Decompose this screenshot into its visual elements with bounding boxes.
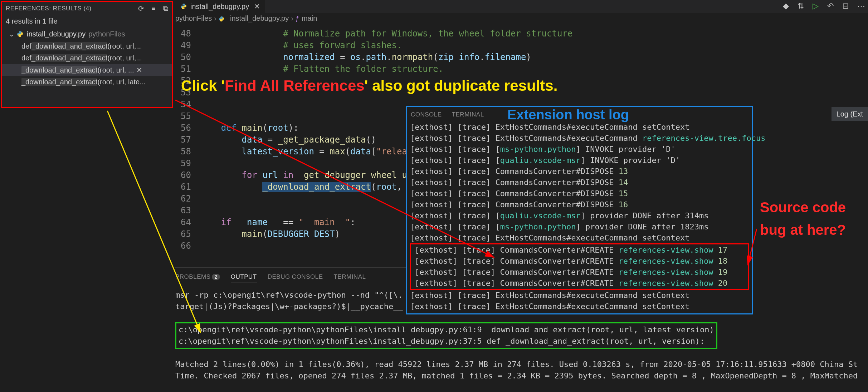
breadcrumb-file[interactable]: install_debugpy.py — [230, 14, 289, 23]
function-icon: ƒ — [296, 14, 299, 23]
code-line[interactable]: 48 # Normalize path for Windows, the whe… — [175, 28, 868, 40]
breadcrumb-folder[interactable]: pythonFiles — [175, 14, 212, 23]
python-file-icon — [180, 3, 187, 10]
match-line: c:\opengit\ref\vscode-python\pythonFiles… — [179, 336, 714, 347]
close-icon[interactable]: ✕ — [254, 2, 260, 11]
tab-terminal[interactable]: TERMINAL — [452, 109, 484, 120]
revert-icon[interactable]: ↶ — [827, 1, 834, 11]
line-number: 58 — [175, 146, 200, 158]
refresh-icon[interactable]: ⟳ — [138, 4, 145, 13]
problems-badge: 2 — [212, 274, 220, 280]
reference-item[interactable]: def _download_and_extract(root, url,... — [2, 52, 172, 64]
code-line[interactable]: 51 # Flatten the folder structure. — [175, 63, 868, 75]
chevron-right-icon: › — [214, 14, 216, 23]
output-line: Time. Checked 2067 files, opened 274 fil… — [175, 370, 864, 382]
line-number: 65 — [175, 228, 200, 240]
annotation-main: Click 'Find All References' also got dup… — [181, 77, 557, 94]
collapse-icon[interactable]: ≡ — [151, 4, 156, 13]
log-line: [exthost] [trace] CommandsConverter#DISP… — [407, 177, 752, 188]
breadcrumb-symbol[interactable]: main — [302, 14, 317, 23]
annotation-source-bug: Source code bug at here? — [760, 199, 846, 238]
diamond-icon[interactable]: ◆ — [783, 1, 789, 11]
log-line: [exthost] [trace] CommandsConverter#CREA… — [412, 278, 747, 289]
references-summary: 4 results in 1 file — [2, 15, 172, 28]
line-number: 61 — [175, 181, 200, 193]
chevron-down-icon: ⌄ — [9, 30, 15, 38]
reference-item[interactable]: _download_and_extract(root, url, ...✕ — [2, 64, 172, 76]
reference-item[interactable]: def _download_and_extract(root, url,... — [2, 40, 172, 52]
log-line: [exthost] [trace] ExtHostCommands#execut… — [407, 290, 752, 301]
more-icon[interactable]: ⋯ — [857, 1, 865, 11]
chevron-right-icon: › — [291, 14, 293, 23]
line-number: 64 — [175, 217, 200, 228]
line-number: 57 — [175, 134, 200, 146]
log-line: [exthost] [trace] CommandsConverter#DISP… — [407, 188, 752, 199]
titlebar-actions: ◆ ⇅ ▷ ↶ ⊟ ⋯ — [783, 1, 865, 11]
line-number: 66 — [175, 240, 200, 252]
line-number: 60 — [175, 169, 200, 181]
line-number: 56 — [175, 122, 200, 134]
log-line: [exthost] [trace] [qualiu.vscode-msr] pr… — [407, 210, 752, 221]
line-number: 51 — [175, 63, 200, 75]
file-folder: pythonFiles — [88, 30, 125, 38]
match-line: c:\opengit\ref\vscode-python\pythonFiles… — [179, 324, 714, 336]
tab-install-debugpy[interactable]: install_debugpy.py ✕ — [175, 0, 265, 13]
breadcrumb[interactable]: pythonFiles › install_debugpy.py › ƒ mai… — [175, 14, 317, 23]
log-line: [exthost] [trace] [qualiu.vscode-msr] IN… — [407, 155, 752, 166]
match-results-box: c:\opengit\ref\vscode-python\pythonFiles… — [175, 322, 717, 349]
split-icon[interactable]: ⊟ — [842, 1, 849, 11]
log-dropdown[interactable]: Log (Ext — [832, 107, 868, 121]
code-line[interactable]: 49 # uses forward slashes. — [175, 40, 868, 51]
references-title: REFERENCES: RESULTS (4) — [6, 5, 138, 12]
python-file-icon — [17, 31, 23, 37]
play-icon[interactable]: ▷ — [813, 1, 819, 11]
extension-host-log[interactable]: CONSOLE TERMINAL [exthost] [trace] ExtHo… — [406, 106, 753, 314]
tab-label: install_debugpy.py — [190, 3, 249, 11]
tab-debug-console[interactable]: DEBUG CONSOLE — [268, 273, 323, 283]
references-file-row[interactable]: ⌄ install_debugpy.py pythonFiles — [2, 28, 172, 40]
line-number: 48 — [175, 28, 200, 40]
close-icon[interactable]: ✕ — [136, 66, 142, 74]
log-line: [exthost] [trace] ExtHostCommands#execut… — [407, 121, 752, 133]
line-number: 55 — [175, 110, 200, 122]
tab-output[interactable]: OUTPUT — [231, 273, 257, 283]
tab-problems[interactable]: PROBLEMS2 — [175, 273, 220, 283]
log-line: [exthost] [trace] ExtHostCommands#execut… — [407, 133, 752, 144]
line-number: 62 — [175, 193, 200, 205]
log-line: [exthost] [trace] CommandsConverter#DISP… — [407, 199, 752, 210]
annotation-hostlog: Extension host log — [507, 107, 629, 123]
line-number: 54 — [175, 99, 200, 110]
log-line: [exthost] [trace] CommandsConverter#CREA… — [412, 244, 747, 255]
reference-item[interactable]: _download_and_extract(root, url, late... — [2, 76, 172, 88]
line-number: 63 — [175, 205, 200, 217]
clear-icon[interactable]: ⧉ — [163, 4, 169, 13]
references-list: def _download_and_extract(root, url,...d… — [2, 40, 172, 88]
references-panel: REFERENCES: RESULTS (4) ⟳ ≡ ⧉ 4 results … — [1, 1, 173, 108]
code-line[interactable]: 50 normalized = os.path.normpath(zip_inf… — [175, 51, 868, 63]
line-number: 50 — [175, 51, 200, 63]
log-highlight-box: [exthost] [trace] CommandsConverter#CREA… — [410, 243, 749, 290]
log-line: [exthost] [trace] CommandsConverter#CREA… — [412, 267, 747, 278]
compare-icon[interactable]: ⇅ — [798, 1, 804, 11]
log-line: [exthost] [trace] CommandsConverter#DISP… — [407, 166, 752, 177]
line-number: 49 — [175, 40, 200, 51]
python-file-icon — [219, 15, 224, 22]
file-name: install_debugpy.py — [27, 30, 86, 38]
log-line: [exthost] [trace] ExtHostCommands#execut… — [407, 301, 752, 312]
tab-terminal[interactable]: TERMINAL — [333, 273, 366, 283]
log-line: [exthost] [trace] [ms-python.python] INV… — [407, 144, 752, 155]
line-number: 59 — [175, 158, 200, 169]
log-line: [exthost] [trace] CommandsConverter#CREA… — [412, 255, 747, 267]
log-line: [exthost] [trace] ExtHostCommands#execut… — [407, 232, 752, 243]
tab-console[interactable]: CONSOLE — [411, 109, 442, 120]
output-line: Matched 2 lines(0.00%) in 1 files(0.36%)… — [175, 359, 864, 370]
log-line: [exthost] [trace] [ms-python.python] pro… — [407, 221, 752, 232]
editor-tab-bar: install_debugpy.py ✕ — [175, 0, 868, 13]
